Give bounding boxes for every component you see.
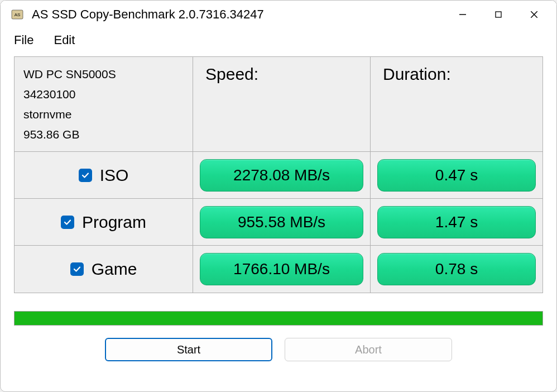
progress-bar xyxy=(14,311,543,326)
close-button[interactable] xyxy=(516,3,552,26)
titlebar: AS AS SSD Copy-Benchmark 2.0.7316.34247 xyxy=(1,1,556,28)
duration-iso: 0.47 s xyxy=(377,159,536,192)
label-program: Program xyxy=(82,213,146,232)
row-game: Game 1766.10 MB/s 0.78 s xyxy=(15,246,542,293)
duration-header: Duration: xyxy=(383,65,451,84)
svg-text:AS: AS xyxy=(15,12,21,17)
content-area: WD PC SN5000S 34230100 stornvme 953.86 G… xyxy=(1,52,556,391)
row-iso: ISO 2278.08 MB/s 0.47 s xyxy=(15,152,542,199)
drive-model: WD PC SN5000S xyxy=(23,68,184,81)
duration-program: 1.47 s xyxy=(377,206,536,238)
speed-program: 955.58 MB/s xyxy=(200,206,363,238)
drive-driver: stornvme xyxy=(23,108,184,121)
app-icon: AS xyxy=(9,7,25,22)
menu-edit[interactable]: Edit xyxy=(54,33,75,47)
window-title: AS SSD Copy-Benchmark 2.0.7316.34247 xyxy=(32,7,445,22)
duration-header-cell: Duration: xyxy=(371,57,542,151)
checkbox-program[interactable] xyxy=(61,216,74,229)
abort-button[interactable]: Abort xyxy=(285,338,452,361)
start-button[interactable]: Start xyxy=(105,338,272,361)
drive-info-cell: WD PC SN5000S 34230100 stornvme 953.86 G… xyxy=(15,57,193,151)
menubar: File Edit xyxy=(1,28,556,52)
window-controls xyxy=(445,3,552,26)
results-grid: WD PC SN5000S 34230100 stornvme 953.86 G… xyxy=(14,56,543,293)
button-row: Start Abort xyxy=(14,338,543,361)
app-window: AS AS SSD Copy-Benchmark 2.0.7316.34247 … xyxy=(0,0,557,392)
checkbox-iso[interactable] xyxy=(79,169,92,182)
label-iso: ISO xyxy=(100,166,129,185)
row-program: Program 955.58 MB/s 1.47 s xyxy=(15,199,542,246)
speed-header-cell: Speed: xyxy=(193,57,371,151)
speed-header: Speed: xyxy=(205,65,258,84)
header-row: WD PC SN5000S 34230100 stornvme 953.86 G… xyxy=(15,57,542,152)
speed-iso: 2278.08 MB/s xyxy=(200,159,363,192)
minimize-button[interactable] xyxy=(445,3,481,26)
drive-capacity: 953.86 GB xyxy=(23,128,184,141)
menu-file[interactable]: File xyxy=(14,33,33,47)
drive-firmware: 34230100 xyxy=(23,88,184,101)
duration-game: 0.78 s xyxy=(377,253,536,285)
svg-rect-3 xyxy=(496,12,501,17)
speed-game: 1766.10 MB/s xyxy=(200,253,363,285)
label-game: Game xyxy=(92,260,137,279)
checkbox-game[interactable] xyxy=(70,262,84,276)
maximize-button[interactable] xyxy=(481,3,516,26)
